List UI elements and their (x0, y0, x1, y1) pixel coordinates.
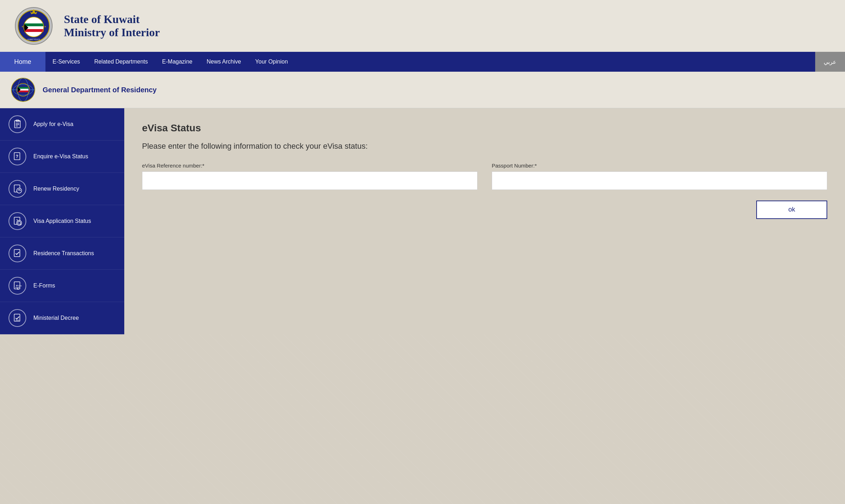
svg-text:Form: Form (17, 285, 22, 287)
dept-header: General Department of Residency (0, 72, 845, 108)
sidebar-item-visa-status[interactable]: ? Visa Application Status (0, 205, 124, 237)
header-title-line2: Ministry of Interior (64, 26, 160, 39)
svg-text:وزارة الداخلية: وزارة الداخلية (29, 18, 39, 21)
header-title: State of Kuwait Ministry of Interior (64, 13, 160, 39)
sidebar-item-renew-residency[interactable]: Renew Residency (0, 173, 124, 205)
ministerial-decree-icon (9, 309, 26, 327)
svg-rect-6 (24, 29, 44, 32)
clipboard-icon: + (9, 115, 26, 133)
sidebar-label-apply-evisa: Apply for e-Visa (33, 121, 73, 127)
dept-title-text: General Department of Residency (43, 86, 157, 94)
evisa-title: eVisa Status (142, 122, 827, 134)
nav-item-news-archive[interactable]: News Archive (207, 59, 241, 65)
svg-text:✦: ✦ (44, 25, 47, 28)
sidebar-item-enquire-evisa[interactable]: ? Enquire e-Visa Status (0, 141, 124, 173)
nav-item-related-departments[interactable]: Related Departments (94, 59, 148, 65)
question-icon: ? (9, 148, 26, 165)
main-navbar: Home E-Services Related Departments E-Ma… (0, 52, 845, 72)
sidebar-label-renew-residency: Renew Residency (33, 186, 79, 192)
sidebar-item-apply-evisa[interactable]: + Apply for e-Visa (0, 108, 124, 141)
page-header: وزارة الداخلية KUWAIT POLICE ✦ ✦ State o… (0, 0, 845, 52)
svg-rect-39 (14, 250, 20, 257)
header-logo: وزارة الداخلية KUWAIT POLICE ✦ ✦ (14, 6, 53, 45)
renew-icon (9, 180, 26, 198)
sidebar-label-ministerial-decree: Ministerial Decree (33, 315, 79, 321)
nav-home-label: Home (14, 58, 31, 66)
svg-text:KUWAIT POLICE: KUWAIT POLICE (27, 39, 40, 40)
passport-number-input[interactable] (492, 171, 827, 190)
nav-item-eservices[interactable]: E-Services (53, 59, 80, 65)
nav-arabic-button[interactable]: عربي (815, 52, 845, 72)
nav-item-your-opinion[interactable]: Your Opinion (255, 59, 288, 65)
passport-label: Passport Number:* (492, 163, 827, 169)
sidebar-label-eforms: E-Forms (33, 283, 55, 289)
form-row: eVisa Reference number:* Passport Number… (142, 163, 827, 190)
svg-rect-4 (24, 23, 44, 26)
visa-status-icon: ? (9, 212, 26, 230)
content-area: + Apply for e-Visa ? Enquire e-Visa Stat… (0, 108, 845, 334)
svg-point-33 (17, 188, 22, 193)
evisa-subtitle: Please enter the following information t… (142, 141, 391, 152)
sidebar: + Apply for e-Visa ? Enquire e-Visa Stat… (0, 108, 124, 334)
form-group-passport: Passport Number:* (492, 163, 827, 190)
nav-items-container: E-Services Related Departments E-Magazin… (45, 52, 815, 72)
ok-button[interactable]: ok (756, 201, 827, 219)
form-group-reference: eVisa Reference number:* (142, 163, 478, 190)
sidebar-item-ministerial-decree[interactable]: Ministerial Decree (0, 302, 124, 334)
main-content: eVisa Status Please enter the following … (124, 108, 845, 334)
sidebar-label-enquire-evisa: Enquire e-Visa Status (33, 153, 88, 160)
nav-item-emagazine[interactable]: E-Magazine (162, 59, 192, 65)
sidebar-label-residence-transactions: Residence Transactions (33, 250, 94, 257)
residence-transactions-icon (9, 245, 26, 262)
sidebar-label-visa-status: Visa Application Status (33, 218, 91, 224)
nav-home-button[interactable]: Home (0, 52, 45, 72)
svg-text:✦: ✦ (21, 25, 24, 28)
eforms-icon: e Form (9, 277, 26, 295)
sidebar-item-eforms[interactable]: e Form E-Forms (0, 270, 124, 302)
sidebar-item-residence-transactions[interactable]: Residence Transactions (0, 237, 124, 270)
reference-label: eVisa Reference number:* (142, 163, 478, 169)
svg-text:+: + (19, 120, 21, 123)
svg-text:?: ? (16, 154, 18, 159)
nav-arabic-label: عربي (824, 59, 836, 65)
evisa-reference-input[interactable] (142, 171, 478, 190)
dept-logo (11, 77, 36, 102)
header-title-line1: State of Kuwait (64, 13, 160, 26)
